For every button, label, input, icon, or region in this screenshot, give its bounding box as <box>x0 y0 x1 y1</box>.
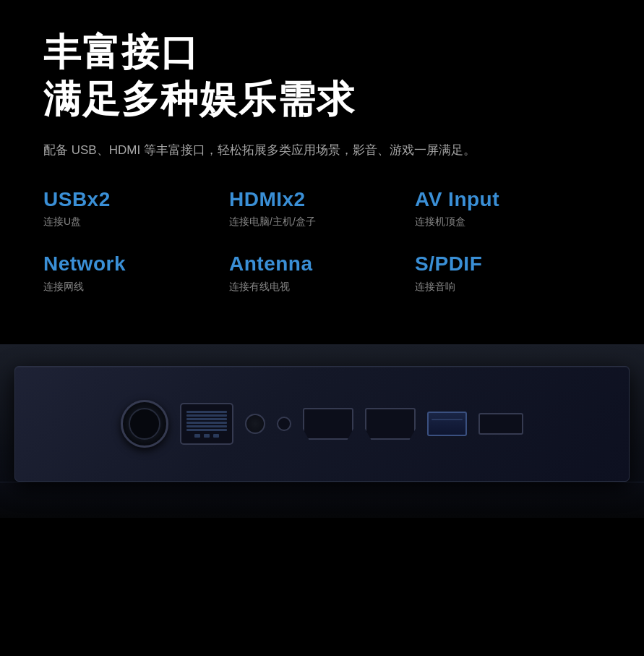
port-usb-a-1 <box>427 412 467 436</box>
eth-row-2 <box>186 414 227 417</box>
page-container: 丰富接口 满足多种娱乐需求 配备 USB、HDMI 等丰富接口，轻松拓展多类应用… <box>0 0 644 518</box>
port-name-av: AV Input <box>415 187 601 212</box>
subtitle-text: 配备 USB、HDMI 等丰富接口，轻松拓展多类应用场景，影音、游戏一屏满足。 <box>43 140 564 161</box>
port-item-usb: USBx2 连接U盘 <box>43 187 229 229</box>
port-desc-usb: 连接U盘 <box>43 216 229 229</box>
title-line1: 丰富接口 <box>43 29 601 76</box>
eth-row-5 <box>186 425 227 427</box>
device-ports-row <box>15 400 629 448</box>
port-desc-av: 连接机顶盒 <box>415 216 601 229</box>
eth-pin-2 <box>204 434 210 438</box>
port-item-antenna: Antenna 连接有线电视 <box>229 252 415 294</box>
eth-row-3 <box>186 418 227 420</box>
port-name-usb: USBx2 <box>43 187 229 212</box>
port-name-hdmi: HDMIx2 <box>229 187 415 212</box>
eth-pin-3 <box>213 434 219 438</box>
port-item-spdif: S/PDIF 连接音响 <box>415 252 601 294</box>
ethernet-grid <box>186 411 227 431</box>
port-name-antenna: Antenna <box>229 252 415 276</box>
top-section: 丰富接口 满足多种娱乐需求 配备 USB、HDMI 等丰富接口，轻松拓展多类应用… <box>0 0 644 330</box>
main-title: 丰富接口 满足多种娱乐需求 <box>43 29 601 123</box>
eth-row-4 <box>186 422 227 424</box>
port-circle-inner <box>129 408 160 440</box>
hardware-section <box>0 344 644 518</box>
port-item-av: AV Input 连接机顶盒 <box>415 187 601 229</box>
port-desc-hdmi: 连接电脑/主机/盒子 <box>229 216 415 229</box>
title-line2: 满足多种娱乐需求 <box>43 76 601 123</box>
ethernet-pins <box>194 434 219 438</box>
port-item-hdmi: HDMIx2 连接电脑/主机/盒子 <box>229 187 415 229</box>
port-audio-small <box>245 414 265 434</box>
eth-pin-1 <box>194 434 200 438</box>
eth-row-6 <box>186 429 227 431</box>
port-circle-antenna <box>121 400 168 448</box>
port-hdmi-2 <box>365 408 416 440</box>
port-desc-network: 连接网线 <box>43 281 229 294</box>
eth-row-1 <box>186 411 227 413</box>
device-base <box>0 482 644 518</box>
port-name-network: Network <box>43 252 229 276</box>
port-desc-antenna: 连接有线电视 <box>229 281 415 294</box>
port-item-network: Network 连接网线 <box>43 252 229 294</box>
port-ethernet <box>180 403 233 445</box>
ports-grid: USBx2 连接U盘 HDMIx2 连接电脑/主机/盒子 AV Input 连接… <box>43 187 601 294</box>
port-hdmi-1 <box>303 408 353 440</box>
device-housing <box>14 366 630 482</box>
port-usb-a-2 <box>478 413 523 435</box>
port-desc-spdif: 连接音响 <box>415 281 601 294</box>
port-audio-tiny <box>277 417 291 431</box>
port-name-spdif: S/PDIF <box>415 252 601 276</box>
